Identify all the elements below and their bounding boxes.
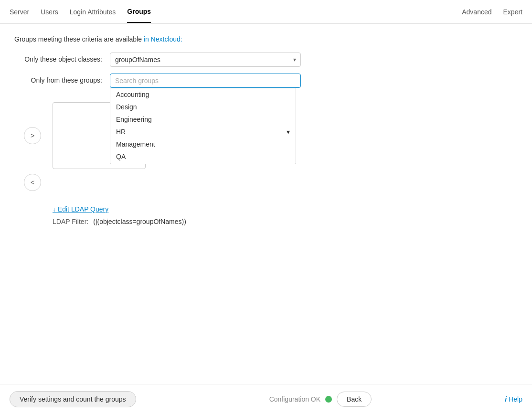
nav-users[interactable]: Users xyxy=(41,1,58,22)
dropdown-item-hr-label: HR xyxy=(116,128,126,136)
object-classes-select-wrapper: groupOfNames ▾ xyxy=(110,53,301,67)
ldap-filter-value: (|(objectclass=groupOfNames)) xyxy=(93,218,186,225)
search-container: Accounting Design Engineering HR ▾ Manag… xyxy=(110,74,301,88)
object-classes-select[interactable]: groupOfNames xyxy=(110,53,301,67)
nav-login-attributes[interactable]: Login Attributes xyxy=(70,1,116,22)
nav-right: Advanced Expert xyxy=(462,1,522,22)
dropdown-item-management[interactable]: Management xyxy=(110,138,296,150)
dropdown-item-robots[interactable]: Robots 0 xyxy=(110,163,296,164)
dropdown-item-hr-arrow: ▾ xyxy=(287,128,290,136)
dropdown-item-design[interactable]: Design xyxy=(110,101,296,113)
dropdown-item-accounting[interactable]: Accounting xyxy=(110,88,296,101)
nav-server[interactable]: Server xyxy=(10,1,29,22)
forward-button[interactable]: > xyxy=(24,127,41,144)
from-groups-label: Only from these groups: xyxy=(14,74,110,84)
dropdown-item-engineering[interactable]: Engineering xyxy=(110,113,296,126)
nav-groups[interactable]: Groups xyxy=(127,1,151,23)
dropdown-item-qa[interactable]: QA xyxy=(110,150,296,163)
search-groups-input[interactable] xyxy=(110,74,301,88)
top-navigation: Server Users Login Attributes Groups Adv… xyxy=(0,0,532,24)
help-icon: i xyxy=(505,395,507,403)
object-classes-row: Only these object classes: groupOfNames … xyxy=(14,53,518,67)
config-ok-indicator xyxy=(325,396,332,403)
nav-left: Server Users Login Attributes Groups xyxy=(10,1,151,23)
bottom-bar: Verify settings and count the groups Con… xyxy=(0,384,532,414)
groups-dropdown: Accounting Design Engineering HR ▾ Manag… xyxy=(110,88,296,164)
nav-expert[interactable]: Expert xyxy=(503,1,522,22)
description-highlight: in Nextcloud: xyxy=(144,35,182,43)
config-ok-text: Configuration OK xyxy=(269,395,320,403)
ldap-filter-label: LDAP Filter: xyxy=(53,218,88,225)
edit-ldap-link[interactable]: ↓ Edit LDAP Query xyxy=(53,205,108,213)
back-button[interactable]: Back xyxy=(337,392,372,407)
backward-button[interactable]: < xyxy=(24,174,41,191)
from-groups-row: Only from these groups: Accounting Desig… xyxy=(14,74,518,88)
verify-button[interactable]: Verify settings and count the groups xyxy=(10,391,136,407)
bottom-center: Configuration OK Back xyxy=(269,392,372,407)
help-link[interactable]: i Help xyxy=(505,395,522,403)
object-classes-label: Only these object classes: xyxy=(14,53,110,63)
description-text: Groups meeting these criteria are availa… xyxy=(14,35,518,43)
nav-advanced[interactable]: Advanced xyxy=(462,1,491,22)
dropdown-item-hr[interactable]: HR ▾ xyxy=(110,126,296,138)
ldap-filter-row: LDAP Filter: (|(objectclass=groupOfNames… xyxy=(53,218,518,225)
help-text: Help xyxy=(509,395,522,403)
main-content: Groups meeting these criteria are availa… xyxy=(0,24,532,237)
